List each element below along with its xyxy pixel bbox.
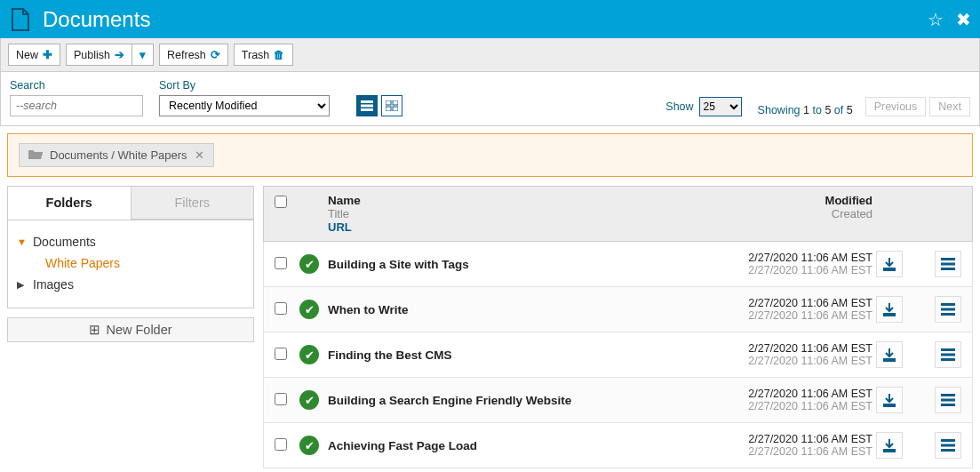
table-row[interactable]: ✔Building a Site with Tags2/27/2020 11:0… (263, 242, 973, 287)
caret-right-icon: ▶ (17, 279, 28, 291)
publish-button-label: Publish (74, 49, 110, 61)
download-button[interactable] (876, 432, 903, 459)
previous-button[interactable]: Previous (865, 97, 927, 116)
row-checkbox[interactable] (275, 257, 287, 269)
row-checkbox[interactable] (275, 438, 287, 451)
row-modified: 2/27/2020 11:06 AM EST (704, 297, 872, 309)
svg-rect-8 (941, 263, 955, 266)
tree-node-documents[interactable]: ▼ Documents (17, 231, 244, 252)
column-created[interactable]: Created (704, 207, 872, 220)
svg-rect-9 (941, 268, 955, 270)
row-checkbox[interactable] (275, 348, 287, 360)
document-icon (9, 6, 32, 33)
plus-icon: ✚ (43, 48, 52, 61)
tree-node-label: Documents (33, 235, 96, 249)
download-icon (882, 302, 896, 316)
svg-rect-10 (941, 303, 955, 306)
table-row[interactable]: ✔Achieving Fast Page Load2/27/2020 11:06… (263, 423, 973, 468)
download-button[interactable] (876, 341, 903, 368)
breadcrumb-path: Documents / White Papers (50, 148, 187, 162)
svg-rect-3 (386, 100, 391, 105)
row-modified: 2/27/2020 11:06 AM EST (704, 342, 872, 355)
folder-tree: ▼ Documents White Papers ▶ Images (7, 220, 254, 308)
new-folder-label: New Folder (106, 323, 171, 337)
trash-button-label: Trash (242, 49, 270, 61)
download-button[interactable] (876, 296, 903, 323)
download-button[interactable] (876, 387, 903, 413)
column-modified[interactable]: Modified (704, 194, 872, 207)
details-button[interactable] (935, 432, 961, 459)
new-button-label: New (16, 49, 38, 61)
list-view-button[interactable] (356, 95, 378, 116)
list-icon (361, 100, 373, 111)
showing-text: Showing 1 to 5 of 5 (758, 104, 853, 116)
svg-rect-5 (386, 107, 391, 111)
svg-rect-7 (941, 258, 955, 260)
column-url[interactable]: URL (328, 220, 704, 234)
filter-bar: Search Sort By Recently Modified Show 25… (0, 72, 980, 126)
row-name: Finding the Best CMS (328, 348, 704, 362)
show-select[interactable]: 25 (699, 97, 742, 116)
sort-select[interactable]: Recently Modified (159, 95, 330, 116)
table-row[interactable]: ✔Building a Search Engine Friendly Websi… (263, 378, 973, 423)
show-label: Show (665, 100, 693, 113)
details-icon (941, 348, 955, 361)
select-all-checkbox[interactable] (275, 196, 287, 208)
search-label: Search (10, 79, 143, 92)
favorite-icon[interactable]: ☆ (928, 9, 944, 30)
new-folder-button[interactable]: ⊞New Folder (7, 317, 254, 342)
search-input[interactable] (10, 95, 143, 116)
svg-rect-14 (941, 354, 955, 356)
status-published-icon: ✔ (299, 436, 319, 455)
publish-dropdown-button[interactable]: ▾ (132, 44, 154, 66)
row-checkbox[interactable] (275, 302, 287, 315)
details-icon (941, 303, 955, 316)
row-created: 2/27/2020 11:06 AM EST (704, 355, 872, 367)
column-title[interactable]: Title (328, 207, 704, 220)
tab-folders[interactable]: Folders (8, 187, 131, 220)
status-published-icon: ✔ (299, 345, 319, 364)
plus-square-icon: ⊞ (89, 323, 100, 337)
grid-view-button[interactable] (381, 95, 402, 116)
row-name: Achieving Fast Page Load (328, 439, 704, 452)
details-button[interactable] (935, 387, 961, 413)
row-modified: 2/27/2020 11:06 AM EST (704, 252, 872, 264)
status-published-icon: ✔ (299, 390, 319, 410)
tab-filters[interactable]: Filters (131, 187, 254, 220)
row-created: 2/27/2020 11:06 AM EST (704, 309, 872, 322)
arrow-right-icon: ➔ (115, 48, 124, 61)
caret-down-icon: ▼ (17, 236, 28, 247)
new-button[interactable]: New ✚ (8, 44, 60, 66)
refresh-button[interactable]: Refresh ⟳ (159, 44, 228, 66)
status-published-icon: ✔ (299, 254, 319, 274)
details-button[interactable] (935, 341, 961, 368)
breadcrumb-remove-icon[interactable]: ✕ (195, 148, 204, 162)
trash-button[interactable]: Trash 🗑 (234, 44, 294, 66)
row-checkbox[interactable] (275, 393, 287, 405)
close-icon[interactable]: ✖ (956, 9, 971, 30)
breadcrumb-chip[interactable]: Documents / White Papers ✕ (19, 143, 214, 167)
tree-node-white-papers[interactable]: White Papers (17, 252, 244, 274)
svg-rect-6 (393, 107, 398, 111)
refresh-icon: ⟳ (211, 48, 220, 61)
download-button[interactable] (876, 251, 903, 277)
tree-node-label: Images (33, 277, 74, 292)
status-published-icon: ✔ (299, 300, 319, 319)
table-row[interactable]: ✔When to Write2/27/2020 11:06 AM EST2/27… (263, 287, 973, 332)
caret-down-icon: ▾ (139, 48, 146, 61)
app-header: Documents ☆ ✖ (0, 0, 980, 38)
breadcrumb-banner: Documents / White Papers ✕ (7, 133, 973, 177)
details-icon (941, 394, 955, 406)
download-icon (882, 393, 896, 407)
details-button[interactable] (935, 296, 961, 323)
svg-rect-18 (941, 404, 955, 406)
details-button[interactable] (935, 251, 961, 277)
publish-button[interactable]: Publish ➔ (66, 44, 132, 66)
table-row[interactable]: ✔Finding the Best CMS2/27/2020 11:06 AM … (263, 332, 973, 378)
svg-rect-4 (393, 100, 398, 105)
tree-node-images[interactable]: ▶ Images (17, 274, 244, 295)
svg-rect-2 (361, 108, 373, 111)
column-name[interactable]: Name (328, 194, 704, 207)
next-button[interactable]: Next (929, 97, 970, 116)
table-header: Name Title URL Modified Created (263, 186, 973, 242)
